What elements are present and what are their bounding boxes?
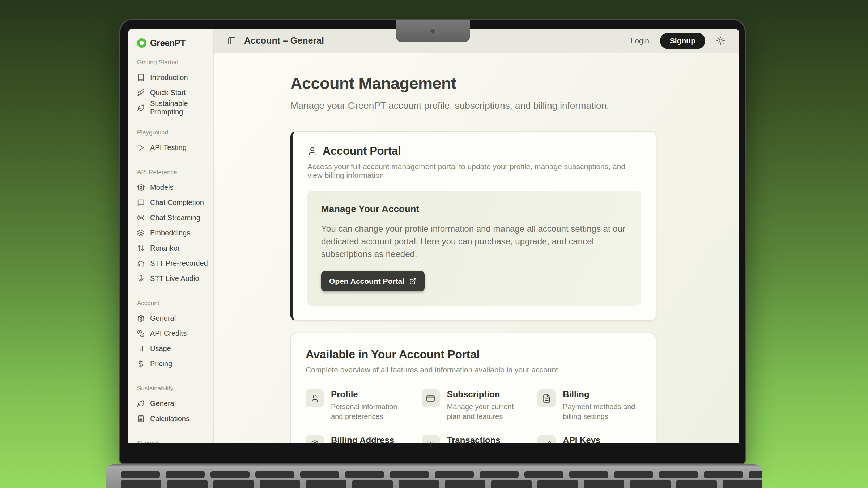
account-portal-card-header: Account Portal <box>307 145 641 158</box>
laptop-base <box>106 464 762 488</box>
main-area: Account – General Login Signup Account M… <box>214 29 739 443</box>
sidebar-item-api-reference-reranker[interactable]: Reranker <box>137 240 213 256</box>
sidebar-item-api-reference-chat-completion[interactable]: Chat Completion <box>137 195 213 210</box>
sidebar-section-label: API Reference <box>137 169 213 176</box>
sidebar-section-getting-started: Getting StartedIntroductionQuick StartSu… <box>137 59 213 115</box>
feature-text: SubscriptionManage your current plan and… <box>447 389 526 421</box>
credit-card-icon <box>426 394 435 403</box>
dollar-icon <box>137 360 145 368</box>
sidebar-item-label: STT Pre-recorded <box>150 259 208 267</box>
signup-button[interactable]: Signup <box>660 33 705 49</box>
sidebar-item-api-reference-models[interactable]: Models <box>137 180 213 195</box>
sidebar-item-label: Embeddings <box>150 229 190 237</box>
sidebar-item-label: Chat Completion <box>150 198 204 207</box>
sidebar-section-label: Getting Started <box>137 59 213 66</box>
sidebar-item-label: Reranker <box>150 244 180 252</box>
feature-icon-box <box>306 435 324 443</box>
feature-title: Subscription <box>447 389 526 399</box>
keyboard-key <box>399 480 439 488</box>
sidebar-section-support: SupportAI Scan <box>137 440 213 443</box>
user-icon <box>307 146 317 156</box>
arrows-up-down-icon <box>137 244 145 252</box>
keyboard-key <box>300 471 339 478</box>
sidebar-item-sustainability-general[interactable]: General <box>137 396 213 411</box>
feature-text: Billing AddressInvoice and tax address i… <box>331 435 409 443</box>
receipt-icon <box>426 440 435 443</box>
leaf-icon <box>137 400 145 407</box>
manage-account-body: You can change your profile information … <box>321 223 627 260</box>
sidebar-section-api-reference: API ReferenceModelsChat CompletionChat S… <box>137 169 213 286</box>
panel-left-icon[interactable] <box>227 37 236 45</box>
sidebar-item-sustainability-calculations[interactable]: Calculations <box>137 411 213 426</box>
keyboard-key <box>121 480 161 488</box>
laptop-mockup: GreenPT Getting StartedIntroductionQuick… <box>0 0 868 488</box>
keyboard-key <box>749 471 762 478</box>
sidebar-item-label: General <box>150 399 176 408</box>
feature-description: Manage your current plan and features <box>447 402 526 421</box>
sidebar-item-getting-started-introduction[interactable]: Introduction <box>137 70 213 85</box>
keyboard-key <box>210 471 250 478</box>
keyboard-key <box>121 471 160 478</box>
feature-text: API KeysGenerate and manage your API key… <box>563 435 641 443</box>
keyboard-key <box>723 480 762 488</box>
content-column: Account Management Manage your GreenPT a… <box>290 53 656 443</box>
sidebar-item-api-reference-chat-streaming[interactable]: Chat Streaming <box>137 210 213 225</box>
sidebar-item-label: STT Live Audio <box>150 274 199 283</box>
page-title: Account Management <box>290 74 656 93</box>
keyboard-key <box>445 480 485 488</box>
account-portal-description: Access your full account management port… <box>307 162 641 180</box>
camera-notch <box>396 20 470 42</box>
feature-title: Transactions <box>447 435 526 443</box>
layers-icon <box>137 229 145 237</box>
open-account-portal-button[interactable]: Open Account Portal <box>321 271 425 291</box>
sidebar-item-label: General <box>150 314 176 322</box>
sun-icon[interactable] <box>716 36 725 45</box>
sidebar-item-api-reference-stt-pre-recorded[interactable]: STT Pre-recorded <box>137 256 213 271</box>
feature-description: Personal information and preferences <box>331 402 409 421</box>
keyboard-row-numbers <box>121 480 762 488</box>
sidebar-item-getting-started-quick-start[interactable]: Quick Start <box>137 85 213 100</box>
sidebar-item-api-reference-stt-live-audio[interactable]: STT Live Audio <box>137 271 213 286</box>
sidebar-item-label: Quick Start <box>150 89 186 97</box>
brand-logo[interactable]: GreenPT <box>137 38 213 48</box>
browser-viewport: GreenPT Getting StartedIntroductionQuick… <box>128 29 739 443</box>
keyboard-key <box>167 480 208 488</box>
feature-icon-box <box>537 389 556 407</box>
sidebar-item-account-usage[interactable]: Usage <box>137 341 213 356</box>
keyboard-key <box>480 471 519 478</box>
features-grid: ProfilePersonal information and preferen… <box>306 389 641 443</box>
desktop-background: GreenPT Getting StartedIntroductionQuick… <box>0 0 868 488</box>
features-card: Available in Your Account Portal Complet… <box>290 333 656 443</box>
sidebar-nav: Getting StartedIntroductionQuick StartSu… <box>137 59 213 443</box>
open-account-portal-label: Open Account Portal <box>329 277 404 286</box>
mic-icon <box>137 275 145 282</box>
manage-account-title: Manage Your Account <box>321 204 627 215</box>
sidebar-item-playground-api-testing[interactable]: API Testing <box>137 140 213 155</box>
feature-title: API Keys <box>563 435 641 443</box>
keyboard-key <box>524 471 563 478</box>
sidebar-item-label: API Testing <box>150 144 187 152</box>
feature-icon-box <box>537 435 556 443</box>
login-link[interactable]: Login <box>630 37 649 45</box>
calculator-icon <box>137 415 145 423</box>
sidebar-item-label: Calculations <box>150 415 190 423</box>
sidebar-item-account-pricing[interactable]: Pricing <box>137 356 213 371</box>
file-text-icon <box>542 394 551 403</box>
sidebar-item-api-reference-embeddings[interactable]: Embeddings <box>137 225 213 240</box>
book-icon <box>137 74 145 81</box>
sidebar-item-account-api-credits[interactable]: API Credits <box>137 326 213 341</box>
sidebar-section-label: Sustainability <box>137 385 213 392</box>
sidebar-section-sustainability: SustainabilityGeneralCalculations <box>137 385 213 426</box>
keyboard-key <box>435 471 474 478</box>
keyboard-key <box>630 480 671 488</box>
keyboard-key <box>537 480 578 488</box>
keyboard-key <box>260 480 300 488</box>
header-right: Login Signup <box>630 33 725 49</box>
sidebar-section-label: Playground <box>137 129 213 136</box>
keyboard-key <box>352 480 393 488</box>
rocket-icon <box>137 89 145 97</box>
sidebar-item-account-general[interactable]: General <box>137 311 213 326</box>
sidebar-item-getting-started-sustainable-prompting[interactable]: Sustainable Prompting <box>137 100 213 115</box>
keyboard-key <box>491 480 532 488</box>
chat-icon <box>137 199 145 206</box>
